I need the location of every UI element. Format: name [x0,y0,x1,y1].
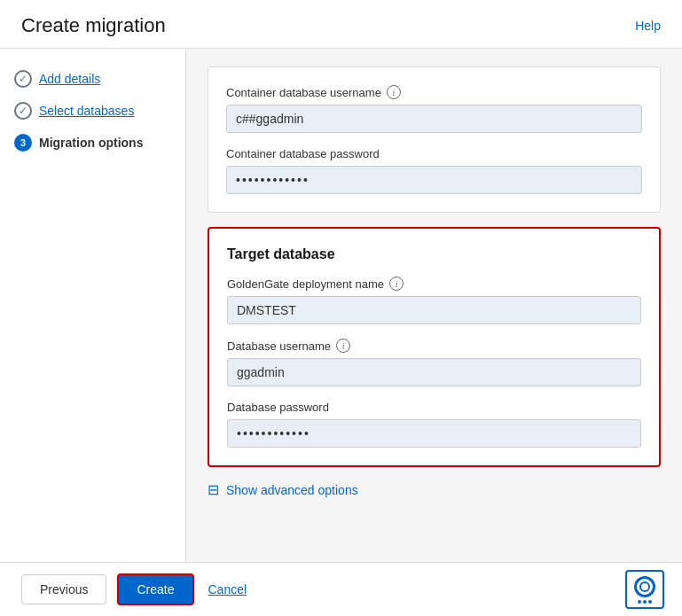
db-username-label: Database username i [227,339,641,353]
container-password-input[interactable] [226,166,642,194]
help-widget[interactable] [625,570,664,609]
step-icon-add-details: ✓ [14,70,32,88]
container-db-section: Container database username i Container … [208,66,661,213]
goldengate-info-icon[interactable]: i [389,277,404,291]
help-ring-icon [634,576,655,597]
body-layout: ✓ Add details ✓ Select databases 3 Migra… [0,49,682,562]
container-username-input[interactable] [226,105,642,133]
step-icon-migration-options: 3 [14,134,32,152]
sidebar-item-migration-options[interactable]: 3 Migration options [14,134,171,152]
goldengate-group: GoldenGate deployment name i [227,277,641,324]
container-username-label: Container database username i [226,85,642,99]
container-username-group: Container database username i [226,85,642,133]
page-title: Create migration [21,14,166,37]
container-username-info-icon[interactable]: i [387,85,401,99]
container-password-group: Container database password [226,147,642,194]
sliders-icon: ⊟ [208,481,219,498]
step-number: 3 [20,137,26,148]
db-password-input[interactable] [227,419,641,448]
page-header: Create migration Help [0,0,682,49]
previous-button[interactable]: Previous [21,574,106,604]
dot-2 [643,600,647,604]
help-link[interactable]: Help [635,19,661,33]
target-section-title: Target database [227,246,641,262]
db-password-label: Database password [227,401,641,414]
db-password-group: Database password [227,401,641,448]
step-icon-select-databases: ✓ [14,102,32,120]
container-password-label: Container database password [226,147,642,160]
dot-3 [648,600,652,604]
sidebar-label-migration-options: Migration options [39,136,143,150]
dot-1 [638,600,641,604]
db-username-input[interactable] [227,358,641,386]
sidebar: ✓ Add details ✓ Select databases 3 Migra… [0,49,186,562]
main-content: Container database username i Container … [186,49,682,562]
checkmark-icon: ✓ [19,73,27,85]
create-button[interactable]: Create [117,573,193,605]
db-username-group: Database username i [227,339,641,386]
db-username-info-icon[interactable]: i [336,339,350,353]
dots-row [638,600,652,604]
sidebar-label-add-details: Add details [39,72,100,86]
advanced-options-link[interactable]: ⊟ Show advanced options [208,481,661,498]
goldengate-label: GoldenGate deployment name i [227,277,641,291]
goldengate-input[interactable] [227,296,641,324]
cancel-button[interactable]: Cancel [205,575,251,604]
checkmark-icon-2: ✓ [19,105,27,117]
target-database-section: Target database GoldenGate deployment na… [208,227,661,467]
sidebar-label-select-databases: Select databases [39,104,134,118]
footer: Previous Create Cancel [0,562,682,616]
sidebar-item-add-details[interactable]: ✓ Add details [14,70,171,88]
sidebar-item-select-databases[interactable]: ✓ Select databases [14,102,171,120]
